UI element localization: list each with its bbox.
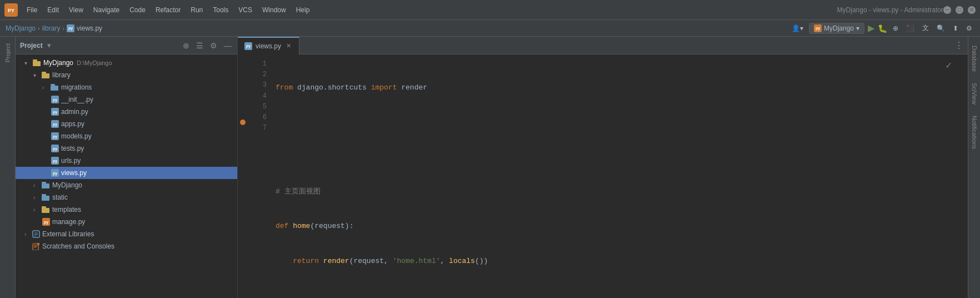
right-panel-notifications[interactable]: Notifications <box>970 111 979 153</box>
run-config-arrow: ▾ <box>856 24 859 32</box>
svg-rect-12 <box>42 208 49 213</box>
menu-help[interactable]: Help <box>292 4 314 16</box>
gutter-line-5 <box>238 105 248 117</box>
settings-icon[interactable]: ⚙ <box>964 23 974 33</box>
tree-item-mydjango-pkg[interactable]: › MyDjango <box>16 179 237 191</box>
sidebar-hide-icon[interactable]: — <box>223 40 233 51</box>
kw-from: from <box>276 82 293 94</box>
tree-arrow-mydjango-pkg: › <box>33 182 40 188</box>
menu-refactor[interactable]: Refactor <box>151 4 185 16</box>
gutter <box>238 54 248 298</box>
sidebar-locate-icon[interactable]: ⊕ <box>182 40 191 51</box>
code-indent-6 <box>276 256 293 267</box>
tree-item-templates[interactable]: › templates <box>16 203 237 216</box>
menu-code[interactable]: Code <box>125 4 150 16</box>
breakpoint-marker[interactable] <box>240 120 246 125</box>
right-panel-database[interactable]: Database <box>970 41 979 76</box>
py-icon-manage: py <box>42 218 50 226</box>
str-home-html: 'home.html' <box>393 256 441 267</box>
folder-icon-migrations <box>50 83 59 91</box>
main-layout: Project Project ▾ ⊕ ☰ ⚙ — ▾ MyDjango D:\… <box>0 37 980 298</box>
right-panels: Database SciView Notifications <box>968 37 980 298</box>
gutter-line-1 <box>238 59 248 71</box>
update-icon[interactable]: ⬆ <box>951 23 961 33</box>
project-strip-label[interactable]: Project <box>3 39 12 67</box>
tab-views-py[interactable]: py views.py ✕ <box>238 37 299 54</box>
kw-return: return <box>293 256 319 267</box>
code-editor[interactable]: from django.shortcuts import render # 主页… <box>271 54 968 298</box>
breadcrumb-project[interactable]: MyDjango <box>6 24 36 32</box>
tree-item-manage[interactable]: py manage.py <box>16 216 237 228</box>
debug-button[interactable]: 🐛 <box>878 24 887 33</box>
breadcrumb-file[interactable]: py views.py <box>67 24 102 32</box>
tree-item-init[interactable]: py __init__.py <box>16 93 237 106</box>
menu-vcs[interactable]: VCS <box>234 4 257 16</box>
svg-rect-2 <box>33 61 41 66</box>
tree-item-apps[interactable]: py apps.py <box>16 118 237 130</box>
breadcrumb-library[interactable]: library <box>42 24 61 32</box>
svg-rect-11 <box>42 194 46 196</box>
coverage-button[interactable]: ⊕ <box>891 23 901 33</box>
minimize-button[interactable]: ─ <box>943 6 951 14</box>
code-line-5: def home (request): <box>271 221 968 232</box>
menu-navigate[interactable]: Navigate <box>89 4 124 16</box>
menu-tools[interactable]: Tools <box>208 4 233 16</box>
folder-icon-static <box>41 193 50 201</box>
tab-overflow-button[interactable]: ⋮ <box>950 40 968 51</box>
fn-home: home <box>293 221 310 232</box>
svg-rect-3 <box>33 59 37 61</box>
folder-icon-mydjango-pkg <box>41 181 50 189</box>
tree-item-library[interactable]: ▾ library <box>16 69 237 81</box>
tree-item-views[interactable]: py views.py <box>16 167 237 179</box>
tab-close-button[interactable]: ✕ <box>284 42 292 50</box>
close-button[interactable]: ✕ <box>968 6 976 14</box>
run-config-dropdown[interactable]: py MyDjango ▾ <box>809 23 864 34</box>
menu-window[interactable]: Window <box>258 4 291 16</box>
sidebar-gear-icon[interactable]: ⚙ <box>209 40 218 51</box>
right-panel-sciview[interactable]: SciView <box>970 78 979 109</box>
breadcrumb-bar: MyDjango › library › py views.py 👤▾ py M… <box>0 20 980 37</box>
tree-label-external-libs: External Libraries <box>42 230 94 238</box>
maximize-button[interactable]: □ <box>956 6 963 14</box>
translate-icon[interactable]: 文 <box>920 22 931 34</box>
tree-item-scratches[interactable]: Scratches and Consoles <box>16 240 237 252</box>
tree-label-urls: urls.py <box>61 157 81 165</box>
tree-item-tests[interactable]: py tests.py <box>16 142 237 155</box>
sidebar-title: Project <box>20 42 43 49</box>
menu-file[interactable]: File <box>22 4 42 16</box>
sidebar-dropdown-arrow[interactable]: ▾ <box>47 41 51 49</box>
tree-item-mydjango-root[interactable]: ▾ MyDjango D:\MyDjango <box>16 57 237 69</box>
line-num-4: 4 <box>248 91 267 102</box>
menu-edit[interactable]: Edit <box>43 4 63 16</box>
tree-item-external-libs[interactable]: › External Libraries <box>16 228 237 240</box>
fn-render: render <box>323 256 349 267</box>
gutter-line-7 <box>238 128 248 140</box>
code-plain-3 <box>288 221 293 232</box>
tree-item-urls[interactable]: py urls.py <box>16 155 237 167</box>
tree-item-migrations[interactable]: › migrations <box>16 81 237 93</box>
menu-view[interactable]: View <box>64 4 88 16</box>
tree-arrow-migrations: › <box>42 84 49 91</box>
sidebar-collapse-icon[interactable]: ☰ <box>195 40 204 51</box>
gutter-line-4 <box>238 93 248 105</box>
stop-button[interactable]: ⬛ <box>904 23 917 33</box>
user-icon[interactable]: 👤▾ <box>789 23 806 33</box>
search-icon[interactable]: 🔍 <box>934 23 947 33</box>
app-logo: PY <box>4 3 18 17</box>
kw-import: import <box>371 82 397 94</box>
tree-item-models[interactable]: py models.py <box>16 130 237 142</box>
tree-item-static[interactable]: › static <box>16 191 237 203</box>
code-area[interactable]: 1 2 3 4 5 6 7 from django.shortcuts impo… <box>238 54 968 298</box>
line-num-7: 7 <box>248 123 267 133</box>
run-button[interactable]: ▶ <box>868 23 874 33</box>
external-libs-icon <box>32 230 40 238</box>
folder-icon-mydjango <box>32 59 41 67</box>
tree-label-tests: tests.py <box>61 145 84 152</box>
tree-label-apps: apps.py <box>61 120 84 128</box>
tree-arrow-mydjango: ▾ <box>24 59 31 66</box>
editor-area: py views.py ✕ ⋮ 1 2 <box>238 37 968 298</box>
menu-run[interactable]: Run <box>186 4 207 16</box>
tree-item-admin[interactable]: py admin.py <box>16 106 237 118</box>
tree-label-models: models.py <box>61 132 92 140</box>
line-num-6: 6 <box>248 112 267 123</box>
